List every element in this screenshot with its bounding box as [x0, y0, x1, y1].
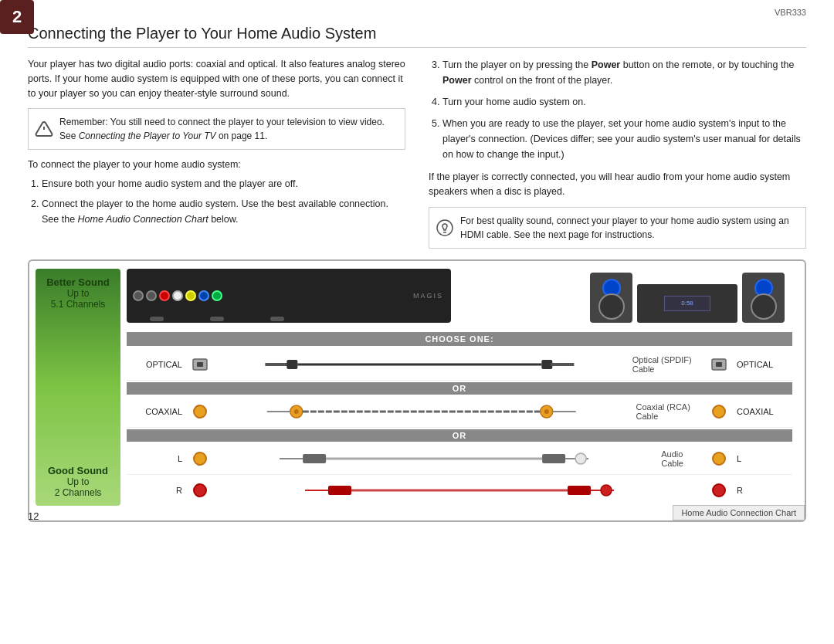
receiver-display: 0:58 — [664, 296, 710, 311]
svg-rect-12 — [716, 362, 722, 367]
optical-label-left: OPTICAL — [127, 360, 188, 369]
audio-r-port-left-icon — [193, 483, 207, 497]
step-3: Turn the player on by pressing the Power… — [442, 57, 806, 88]
svg-point-31 — [601, 485, 612, 496]
coaxial-cable-svg — [212, 401, 632, 422]
svg-rect-21 — [303, 454, 326, 463]
step-5: When you are ready to use the player, se… — [442, 116, 806, 162]
diagram-content: MAGIS 0:58 — [127, 269, 792, 506]
audio-r-port-right-icon — [712, 483, 726, 497]
warning-icon — [35, 120, 53, 138]
port-green — [212, 290, 222, 301]
port-red — [159, 290, 170, 301]
step-4: Turn your home audio system on. — [442, 94, 806, 110]
svg-point-15 — [294, 409, 299, 414]
better-sound-label: Better Sound Up to 5.1 Channels — [46, 276, 110, 310]
coaxial-port-left-icon — [193, 405, 207, 419]
tip-text: For best quality sound, connect your pla… — [460, 215, 789, 240]
svg-rect-23 — [542, 454, 565, 463]
speaker-left — [590, 273, 632, 323]
optical-port-right — [707, 356, 731, 373]
audio-r-port-left — [188, 483, 212, 497]
optical-port-left-icon — [192, 356, 208, 373]
svg-rect-27 — [328, 486, 351, 495]
sound-quality-bar: Better Sound Up to 5.1 Channels Good Sou… — [36, 269, 120, 506]
step-2: Connect the player to the home audio sys… — [42, 196, 405, 227]
optical-cable-label: Optical (SPDIF) Cable — [628, 355, 707, 374]
audio-cable-label: Audio Cable — [656, 449, 707, 468]
audio-l-port-right-icon — [712, 452, 726, 466]
optical-connection-row: OPTICAL — [127, 349, 792, 381]
better-sound-text: Better Sound — [46, 276, 110, 288]
coaxial-port-right — [707, 405, 731, 419]
page-number-box: 2 — [0, 0, 34, 34]
two-col-layout: Your player has two digital audio ports:… — [28, 57, 806, 249]
audio-l-port-left-icon — [193, 452, 207, 466]
steps-intro: To connect the player to your home audio… — [28, 159, 405, 170]
svg-rect-10 — [551, 363, 574, 366]
page-bottom-number: 12 — [28, 510, 39, 522]
speaker-right — [742, 273, 785, 323]
port-blue — [198, 290, 209, 301]
or-divider-2: OR — [127, 429, 792, 442]
port-2 — [146, 290, 157, 301]
audio-r-port-right — [707, 483, 731, 497]
warning-italic: Connecting the Player to Your TV — [79, 130, 216, 141]
port-1 — [133, 290, 144, 301]
optical-port-right-icon — [710, 356, 727, 373]
svg-point-2 — [437, 220, 453, 236]
or-divider-1: OR — [127, 382, 792, 395]
chart-link-italic: Home Audio Connection Chart — [78, 214, 208, 225]
audio-l-cable-line: Audio Cable — [212, 448, 707, 469]
good-channels: 2 Channels — [48, 487, 108, 498]
svg-rect-6 — [265, 363, 288, 366]
audio-r-cable-svg — [212, 480, 707, 501]
diagram-section: Better Sound Up to 5.1 Channels Good Sou… — [28, 259, 806, 522]
page-title: Connecting the Player to Your Home Audio… — [28, 25, 806, 48]
step-1: Ensure both your home audio system and t… — [42, 176, 405, 192]
choose-one-header: CHOOSE ONE: — [127, 332, 792, 346]
audio-r-label-left: R — [127, 486, 188, 495]
col-right: Turn the player on by pressing the Power… — [429, 57, 806, 249]
warning-box: Remember: You still need to connect the … — [28, 108, 405, 150]
coaxial-cable-line: Coaxial (RCA) Cable — [212, 401, 707, 422]
port-yellow — [185, 290, 196, 301]
audio-l-connection-row: L — [127, 443, 792, 475]
page-number: 2 — [12, 7, 22, 27]
right-steps-list: Turn the player on by pressing the Power… — [429, 57, 806, 162]
audio-r-cable-line — [212, 480, 707, 501]
device-row: MAGIS 0:58 — [127, 269, 792, 323]
audio-l-label-right: L — [731, 454, 792, 463]
col-left: Your player has two digital audio ports:… — [28, 57, 405, 249]
good-sound-text: Good Sound — [48, 465, 108, 476]
model-number: VBR333 — [775, 8, 806, 17]
audio-l-port-right — [707, 452, 731, 466]
svg-point-25 — [575, 453, 586, 464]
receiver-image: 0:58 — [637, 284, 737, 323]
svg-point-18 — [544, 409, 549, 414]
optical-port-left — [188, 356, 212, 373]
audio-l-port-left — [188, 452, 212, 466]
tip-box: For best quality sound, connect your pla… — [429, 207, 806, 249]
coaxial-cable-label: Coaxial (RCA) Cable — [632, 402, 707, 421]
steps-list: Ensure both your home audio system and t… — [28, 176, 405, 227]
svg-rect-7 — [286, 360, 297, 369]
coaxial-connection-row: COAXIAL Coa — [127, 396, 792, 428]
coaxial-port-left — [188, 405, 212, 419]
optical-cable-line: Optical (SPDIF) Cable — [212, 354, 707, 375]
diagram-inner: Better Sound Up to 5.1 Channels Good Sou… — [29, 269, 792, 506]
better-up-to: Up to — [46, 288, 110, 299]
right-steps: Turn the player on by pressing the Power… — [429, 57, 806, 162]
para-text: If the player is correctly connected, yo… — [429, 170, 806, 199]
port-white — [172, 290, 183, 301]
speakers-area: 0:58 — [590, 273, 785, 323]
audio-l-cable-svg — [212, 448, 656, 469]
svg-rect-29 — [568, 486, 591, 495]
coaxial-port-right-icon — [712, 405, 726, 419]
coaxial-label-left: COAXIAL — [127, 407, 188, 416]
lightbulb-icon — [436, 219, 454, 237]
player-feet — [150, 317, 284, 321]
audio-r-connection-row: R — [127, 475, 792, 506]
better-channels: 5.1 Channels — [46, 299, 110, 310]
optical-label-right: OPTICAL — [731, 360, 792, 369]
